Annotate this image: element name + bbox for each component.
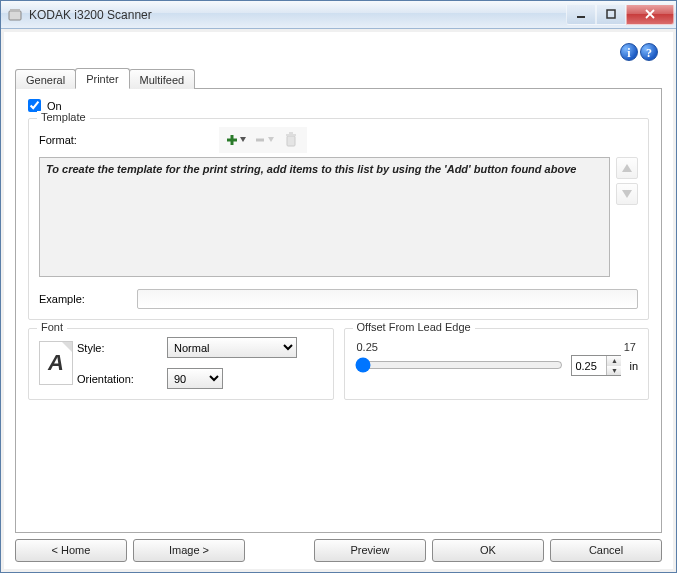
- move-down-button[interactable]: [616, 183, 638, 205]
- tab-multifeed[interactable]: Multifeed: [129, 69, 196, 89]
- svg-rect-3: [607, 10, 615, 18]
- svg-rect-0: [9, 11, 21, 20]
- svg-rect-1: [10, 9, 20, 12]
- remove-button[interactable]: [251, 129, 275, 151]
- format-toolbar: [219, 127, 307, 153]
- minimize-button[interactable]: [566, 5, 596, 25]
- move-up-button[interactable]: [616, 157, 638, 179]
- window-title: KODAK i3200 Scanner: [29, 8, 152, 22]
- on-label: On: [47, 100, 62, 112]
- font-preview-icon: A: [39, 341, 73, 385]
- offset-value[interactable]: [572, 356, 606, 375]
- template-legend: Template: [37, 111, 90, 123]
- svg-rect-13: [289, 132, 293, 134]
- client-area: i ? General Printer Multifeed On Templat…: [4, 32, 673, 569]
- tab-page-printer: On Template Format:: [15, 89, 662, 533]
- svg-rect-12: [286, 134, 296, 136]
- offset-min-label: 0.25: [357, 341, 378, 353]
- spin-down-icon[interactable]: ▼: [607, 366, 621, 376]
- cancel-button[interactable]: Cancel: [550, 539, 662, 562]
- app-icon: [7, 7, 23, 23]
- image-button[interactable]: Image >: [133, 539, 245, 562]
- offset-spin[interactable]: ▲ ▼: [571, 355, 621, 376]
- font-legend: Font: [37, 321, 67, 333]
- font-group: Font A Style: Normal Orientation: 90: [28, 328, 334, 400]
- ok-button[interactable]: OK: [432, 539, 544, 562]
- app-window: KODAK i3200 Scanner i ? General Printer …: [0, 0, 677, 573]
- svg-marker-8: [240, 137, 246, 142]
- maximize-button[interactable]: [596, 5, 626, 25]
- add-button[interactable]: [223, 129, 247, 151]
- delete-button[interactable]: [279, 129, 303, 151]
- style-label: Style:: [77, 342, 167, 354]
- orientation-label: Orientation:: [77, 373, 167, 385]
- example-label: Example:: [39, 293, 129, 305]
- home-button[interactable]: < Home: [15, 539, 127, 562]
- close-button[interactable]: [626, 5, 674, 25]
- offset-group: Offset From Lead Edge 0.25 17 ▲: [344, 328, 650, 400]
- offset-legend: Offset From Lead Edge: [353, 321, 475, 333]
- info-icon[interactable]: i: [620, 43, 638, 61]
- svg-marker-15: [622, 190, 632, 198]
- example-field: [137, 289, 638, 309]
- footer: < Home Image > Preview OK Cancel: [15, 533, 662, 562]
- preview-button[interactable]: Preview: [314, 539, 426, 562]
- header-icons: i ?: [15, 43, 662, 61]
- svg-rect-2: [577, 16, 585, 18]
- template-list[interactable]: To create the template for the print str…: [39, 157, 610, 277]
- tab-general[interactable]: General: [15, 69, 76, 89]
- format-label: Format:: [39, 134, 219, 146]
- style-select[interactable]: Normal: [167, 337, 297, 358]
- offset-unit: in: [629, 360, 638, 372]
- orientation-select[interactable]: 90: [167, 368, 223, 389]
- spin-up-icon[interactable]: ▲: [607, 356, 621, 366]
- svg-marker-14: [622, 164, 632, 172]
- title-bar[interactable]: KODAK i3200 Scanner: [1, 1, 676, 29]
- offset-max-label: 17: [624, 341, 636, 353]
- window-controls: [566, 5, 674, 25]
- svg-marker-10: [268, 137, 274, 142]
- svg-rect-11: [287, 136, 295, 146]
- tab-strip: General Printer Multifeed: [15, 67, 662, 89]
- help-icon[interactable]: ?: [640, 43, 658, 61]
- template-group: Template Format:: [28, 118, 649, 320]
- tab-printer[interactable]: Printer: [75, 68, 129, 89]
- offset-slider[interactable]: [355, 357, 564, 373]
